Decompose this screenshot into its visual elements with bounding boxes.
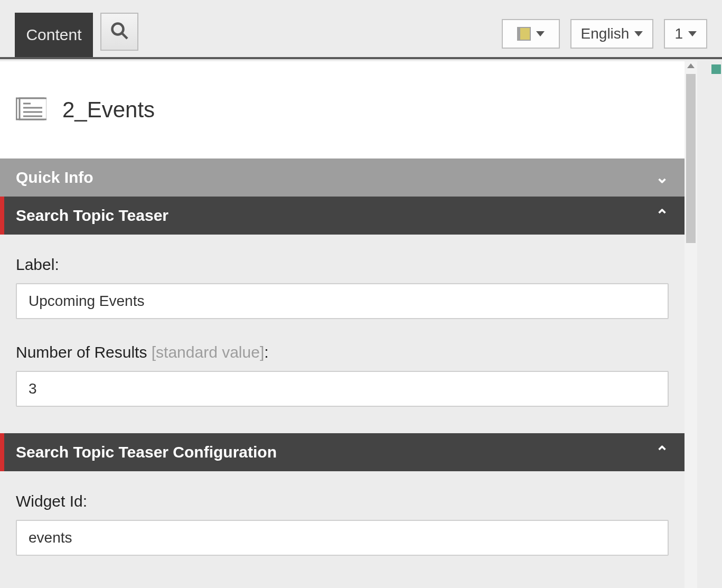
- section-teaser: Search Topic Teaser ⌃ Label: Number of R…: [0, 197, 685, 433]
- results-label-text: Number of Results: [16, 343, 152, 361]
- section-teaser-config: Search Topic Teaser Configuration ⌃ Widg…: [0, 433, 685, 582]
- caret-down-icon: [634, 31, 643, 36]
- results-input[interactable]: [16, 371, 669, 407]
- chevron-up-icon: ⌃: [655, 444, 669, 460]
- accent-strip: [0, 433, 4, 471]
- page-header: 2_Events: [0, 61, 685, 158]
- teaser-title: Search Topic Teaser: [16, 207, 168, 225]
- chevron-up-icon: ⌃: [655, 208, 669, 223]
- teaser-config-toggle[interactable]: Search Topic Teaser Configuration ⌃: [0, 433, 685, 471]
- version-label: 1: [674, 25, 683, 42]
- status-indicator-icon: [711, 64, 721, 74]
- teaser-toggle[interactable]: Search Topic Teaser ⌃: [0, 197, 685, 235]
- gutter-right: [708, 61, 722, 588]
- search-button[interactable]: [100, 13, 138, 51]
- label-field-label: Label:: [16, 256, 669, 274]
- section-quick-info: Quick Info ⌄: [0, 158, 685, 197]
- results-label-suffix: :: [264, 343, 268, 361]
- caret-down-icon: [536, 31, 545, 36]
- chevron-down-icon: ⌄: [655, 170, 669, 185]
- database-picker[interactable]: [502, 19, 560, 49]
- teaser-body: Label: Number of Results [standard value…: [0, 235, 685, 433]
- svg-line-1: [122, 33, 128, 39]
- quick-info-toggle[interactable]: Quick Info ⌄: [0, 158, 685, 197]
- search-icon: [110, 21, 129, 42]
- results-field-label: Number of Results [standard value]:: [16, 343, 669, 361]
- version-picker[interactable]: 1: [664, 19, 707, 49]
- teaser-config-body: Widget Id:: [0, 471, 685, 582]
- page-title: 2_Events: [62, 97, 155, 123]
- content-scroll-area: 2_Events Quick Info ⌄ Search Topic Tease…: [0, 61, 708, 588]
- accent-strip: [0, 197, 4, 235]
- widget-id-label: Widget Id:: [16, 492, 669, 510]
- toolbar-right-group: English 1: [502, 19, 707, 49]
- svg-point-0: [112, 24, 124, 35]
- content-tab-label: Content: [26, 26, 81, 44]
- document-icon: [16, 96, 46, 124]
- language-label: English: [581, 25, 630, 42]
- content-tab[interactable]: Content: [15, 13, 93, 57]
- widget-id-input[interactable]: [16, 520, 669, 556]
- book-icon: [517, 27, 531, 41]
- label-input[interactable]: [16, 283, 669, 319]
- standard-value-hint: [standard value]: [152, 343, 264, 361]
- language-picker[interactable]: English: [570, 19, 654, 49]
- caret-down-icon: [688, 31, 697, 36]
- quick-info-title: Quick Info: [16, 169, 93, 186]
- top-toolbar: Content English 1: [0, 0, 722, 59]
- teaser-config-title: Search Topic Teaser Configuration: [16, 443, 277, 461]
